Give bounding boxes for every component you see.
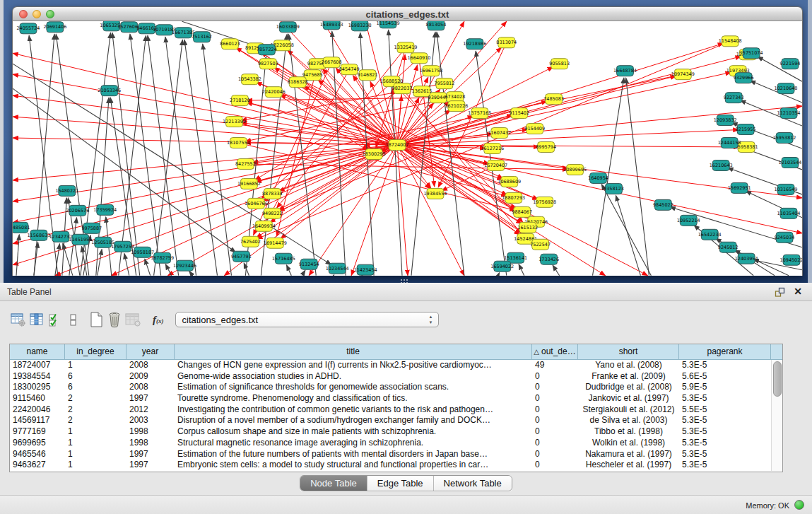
table-vertical-scrollbar[interactable] xyxy=(771,360,782,471)
cell-year[interactable]: 2008 xyxy=(126,360,175,371)
graph-node[interactable]: 16210643 xyxy=(710,160,733,170)
graph-node[interactable]: 8313074 xyxy=(496,37,517,48)
graph-node[interactable]: 11568633 xyxy=(27,230,50,240)
graph-node[interactable]: 15751074 xyxy=(740,48,763,59)
graph-node[interactable]: 9055813 xyxy=(549,59,570,69)
column-header-out_de[interactable]: △out_de… xyxy=(532,344,578,359)
graph-node[interactable]: 11451956 xyxy=(69,234,92,245)
network-canvas[interactable]: 1872400718300295193845548660123891295518… xyxy=(12,21,803,276)
citation-edge-selected[interactable] xyxy=(13,74,397,145)
citation-edge[interactable] xyxy=(154,40,183,275)
graph-node[interactable]: 9154409 xyxy=(524,124,545,134)
citation-edge[interactable] xyxy=(334,275,334,276)
table-row[interactable]: 946554611997Estimation of the future num… xyxy=(10,449,782,460)
column-header-short[interactable]: short xyxy=(578,344,679,359)
citation-edge[interactable] xyxy=(98,250,102,276)
graph-node[interactable]: 7857224 xyxy=(257,45,277,55)
cell-out_de[interactable]: 0 xyxy=(532,426,578,438)
float-panel-icon[interactable] xyxy=(775,287,785,298)
citation-edge[interactable] xyxy=(616,195,640,275)
graph-node[interactable]: 8995794 xyxy=(536,142,556,153)
table-source-dropdown[interactable]: citations_edges.txt ▲▼ xyxy=(175,312,439,327)
citation-edge[interactable] xyxy=(165,264,171,276)
graph-node[interactable]: 16640910 xyxy=(408,53,431,64)
graph-node[interactable]: 9845022 xyxy=(653,199,673,210)
cell-in_degree[interactable]: 1 xyxy=(65,426,126,438)
graph-node[interactable]: 12444158 xyxy=(718,138,741,148)
cell-out_de[interactable]: 0 xyxy=(532,449,578,460)
cell-short[interactable]: Wolkin et al. (1998) xyxy=(578,438,679,449)
cell-year[interactable]: 1998 xyxy=(126,438,175,449)
delete-table-icon[interactable] xyxy=(106,310,123,329)
citation-edge[interactable] xyxy=(189,271,193,276)
graph-node[interactable]: 22420046 xyxy=(262,87,286,98)
cell-pagerank[interactable]: 5.9E-5 xyxy=(679,382,771,393)
cell-name[interactable]: 14569117 xyxy=(10,415,65,426)
graph-node[interactable]: 12103544 xyxy=(779,157,802,168)
graph-node[interactable]: 10316549 xyxy=(775,184,798,194)
cell-year[interactable]: 2009 xyxy=(126,371,175,382)
cell-pagerank[interactable]: 5.3E-5 xyxy=(679,460,771,471)
graph-node[interactable]: 11035404 xyxy=(777,208,801,218)
graph-node[interactable]: 11423454 xyxy=(354,264,377,275)
graph-node[interactable]: 8427552 xyxy=(235,158,256,169)
graph-node[interactable]: 15716485 xyxy=(272,253,295,264)
cell-year[interactable]: 1997 xyxy=(126,449,175,460)
cell-in_degree[interactable]: 1 xyxy=(65,438,126,449)
citation-edge[interactable] xyxy=(519,264,524,276)
table-row[interactable]: 1872400712008Changes of HCN gene express… xyxy=(10,360,782,371)
cell-in_degree[interactable]: 6 xyxy=(65,382,126,393)
graph-node[interactable]: 1615132 xyxy=(517,222,538,233)
cell-pagerank[interactable]: 5.3E-5 xyxy=(679,438,771,449)
cell-year[interactable]: 2012 xyxy=(126,404,175,416)
graph-node[interactable]: 16542234 xyxy=(698,229,722,240)
citation-edge[interactable] xyxy=(16,235,19,276)
graph-node[interactable]: 11548408 xyxy=(719,36,742,47)
table-row[interactable]: 969969511998Structural magnetic resonanc… xyxy=(10,438,782,449)
graph-node[interactable]: 1733426 xyxy=(539,254,559,264)
graph-node[interactable]: 12213399 xyxy=(223,117,246,127)
cell-title[interactable]: Embryonic stem cells: a model to study s… xyxy=(175,460,532,471)
graph-node[interactable]: 9115402 xyxy=(509,108,529,119)
cell-name[interactable]: 9115460 xyxy=(10,393,65,404)
graph-node[interactable]: 10974349 xyxy=(671,69,695,80)
graph-node[interactable]: 9827503 xyxy=(258,59,278,69)
cell-in_degree[interactable]: 2 xyxy=(65,404,126,416)
graph-node[interactable]: 9245034 xyxy=(775,232,795,243)
graph-node[interactable]: 19384554 xyxy=(423,188,447,199)
cell-short[interactable]: Dudbridge et al. (2008) xyxy=(578,382,679,393)
citation-edge[interactable] xyxy=(112,33,140,275)
graph-node[interactable]: 10543382 xyxy=(238,74,261,85)
cell-in_degree[interactable]: 1 xyxy=(65,460,126,471)
graph-node[interactable]: 11154539 xyxy=(377,21,400,28)
graph-node[interactable]: 20206576 xyxy=(66,205,89,216)
graph-node[interactable]: 7485083 xyxy=(543,94,564,105)
graph-node[interactable]: 2718120 xyxy=(230,95,250,106)
cell-name[interactable]: 9777169 xyxy=(10,426,65,438)
cell-title[interactable]: Estimation of the future numbers of pati… xyxy=(175,449,532,460)
cell-short[interactable]: Stergiakouli et al. (2012) xyxy=(578,404,679,416)
cell-title[interactable]: Changes of HCN gene expression and I(f) … xyxy=(175,360,532,371)
cell-out_de[interactable]: 0 xyxy=(532,415,578,426)
graph-node[interactable]: 16127216 xyxy=(481,144,504,154)
cell-short[interactable]: Jankovic et al. (1997) xyxy=(578,393,679,404)
tab-network-table[interactable]: Network Table xyxy=(433,476,512,491)
graph-node[interactable]: 15489333 xyxy=(320,21,343,30)
tab-node-table[interactable]: Node Table xyxy=(300,476,367,491)
table-row[interactable]: 977716911998Corpus callosum shape and si… xyxy=(10,426,782,438)
graph-node[interactable]: 8660123 xyxy=(220,39,240,49)
cell-title[interactable]: Structural magnetic resonance image aver… xyxy=(175,438,532,449)
graph-node[interactable]: 7625402 xyxy=(240,236,261,247)
cell-in_degree[interactable]: 6 xyxy=(65,371,126,382)
column-header-year[interactable]: year xyxy=(126,344,175,359)
table-row[interactable]: 2242004622012Investigating the contribut… xyxy=(10,404,782,416)
graph-node[interactable]: 15692951 xyxy=(728,182,751,193)
cell-pagerank[interactable]: 5.6E-5 xyxy=(679,371,771,382)
table-row[interactable]: 911546021997Tourette syndrome. Phenomeno… xyxy=(10,393,782,404)
cell-pagerank[interactable]: 5.3E-5 xyxy=(679,449,771,460)
graph-node[interactable]: 10952214 xyxy=(677,215,700,226)
create-table-icon[interactable] xyxy=(88,310,105,329)
column-header-in_degree[interactable]: in_degree xyxy=(65,344,126,359)
graph-node[interactable]: 21053346 xyxy=(98,86,121,96)
graph-node[interactable]: 16782759 xyxy=(151,252,174,263)
